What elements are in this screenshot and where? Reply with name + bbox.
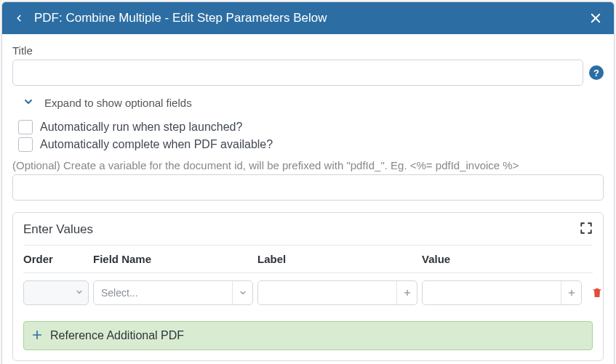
close-icon[interactable] (589, 12, 602, 25)
dialog-header: PDF: Combine Multiple - Edit Step Parame… (2, 2, 614, 34)
col-field-name: Field Name (93, 253, 253, 265)
table-header: Order Field Name Label Value (23, 245, 593, 273)
expand-optional-toggle[interactable]: Expand to show optional fields (23, 96, 604, 110)
auto-run-checkbox[interactable] (18, 120, 33, 134)
auto-run-label: Automatically run when step launched? (40, 121, 242, 134)
plus-icon[interactable] (396, 281, 417, 304)
expand-icon[interactable] (580, 222, 593, 238)
title-row: ? (12, 60, 604, 86)
value-input[interactable] (422, 280, 582, 305)
auto-run-row: Automatically run when step launched? (18, 120, 604, 134)
chevron-down-icon (75, 286, 84, 299)
order-select[interactable] (23, 280, 89, 305)
values-panel: Enter Values Order Field Name Label Valu… (12, 212, 604, 361)
values-panel-header: Enter Values (13, 213, 603, 245)
dialog: PDF: Combine Multiple - Edit Step Parame… (1, 1, 615, 364)
values-panel-title: Enter Values (23, 222, 93, 237)
dialog-body: Title ? Expand to show optional fields A… (2, 34, 614, 364)
field-name-placeholder: Select... (94, 287, 232, 299)
auto-complete-checkbox[interactable] (18, 137, 33, 152)
chevron-down-icon (232, 281, 252, 304)
auto-complete-label: Automatically complete when PDF availabl… (40, 138, 273, 151)
auto-complete-row: Automatically complete when PDF availabl… (18, 137, 604, 152)
variable-hint: (Optional) Create a variable for the doc… (12, 159, 604, 171)
back-icon[interactable] (14, 13, 24, 23)
chevron-down-icon (23, 96, 34, 110)
reference-additional-pdf-button[interactable]: Reference Additional PDF (23, 321, 593, 350)
table-row: Select... (23, 273, 593, 312)
reference-additional-pdf-label: Reference Additional PDF (50, 329, 184, 342)
help-icon[interactable]: ? (589, 65, 604, 80)
plus-icon (31, 328, 43, 343)
col-order: Order (23, 253, 89, 265)
variable-input[interactable] (12, 174, 604, 201)
field-name-select[interactable]: Select... (93, 280, 253, 305)
plus-icon[interactable] (561, 281, 581, 304)
title-label: Title (12, 44, 604, 57)
expand-optional-label: Expand to show optional fields (44, 97, 192, 109)
label-input[interactable] (257, 280, 417, 305)
values-table: Order Field Name Label Value Select... (13, 245, 603, 321)
delete-row-button[interactable] (586, 286, 604, 299)
title-input[interactable] (12, 60, 583, 86)
dialog-title: PDF: Combine Multiple - Edit Step Parame… (34, 11, 579, 25)
col-value: Value (422, 253, 582, 265)
col-label: Label (257, 253, 417, 265)
